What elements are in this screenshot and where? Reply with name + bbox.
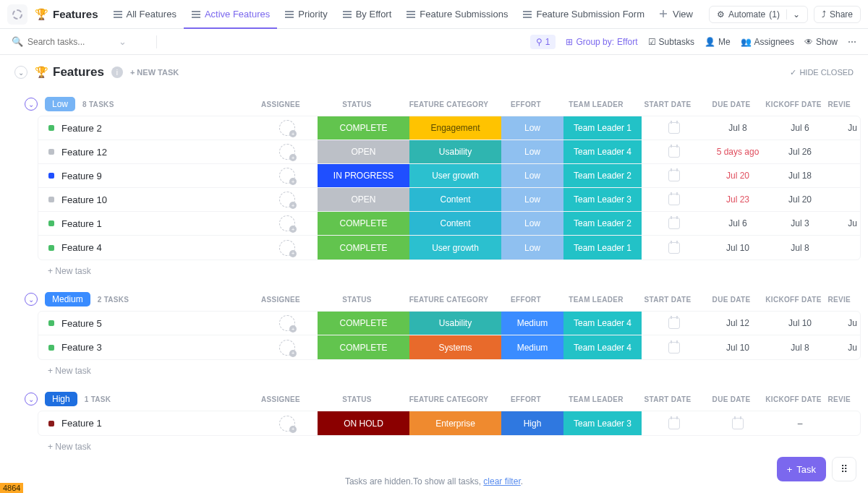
col-kickoff[interactable]: KICKOFF DATE [762, 100, 825, 108]
show-toggle[interactable]: 👁Show [804, 37, 838, 47]
col-category[interactable]: FEATURE CATEGORY [403, 395, 495, 403]
cell-status[interactable]: COMPLETE [318, 236, 409, 260]
cell-leader[interactable]: Team Leader 2 [563, 164, 642, 187]
app-icon[interactable] [7, 4, 27, 25]
cell-status[interactable]: COMPLETE [318, 312, 409, 335]
cell-due[interactable]: Jul 6 [707, 212, 769, 235]
task-name[interactable]: Feature 1 [38, 212, 257, 235]
task-name[interactable]: Feature 10 [38, 188, 257, 211]
cell-status[interactable]: OPEN [318, 140, 409, 163]
group-badge[interactable]: Low [45, 97, 75, 111]
cell-review[interactable] [831, 140, 860, 163]
search-input[interactable] [27, 37, 114, 47]
cell-assignee[interactable] [257, 335, 318, 359]
col-review[interactable]: REVIE [825, 100, 854, 108]
cell-due[interactable]: Jul 20 [707, 164, 769, 187]
col-start[interactable]: START DATE [635, 296, 700, 304]
cell-kickoff[interactable]: – [769, 411, 831, 435]
cell-status[interactable]: COMPLETE [318, 335, 409, 359]
assign-avatar-icon[interactable] [279, 416, 295, 432]
new-task-button[interactable]: + New task [0, 260, 868, 279]
group-badge[interactable]: High [45, 392, 77, 406]
collapse-group-button[interactable]: ⌄ [25, 98, 38, 111]
cell-due[interactable]: Jul 23 [707, 188, 769, 211]
cell-category[interactable]: Content [409, 188, 501, 211]
task-row[interactable]: Feature 4 COMPLETE User growth Low Team … [38, 236, 860, 260]
cell-start[interactable] [642, 312, 707, 335]
assign-avatar-icon[interactable] [279, 120, 295, 136]
col-leader[interactable]: TEAM LEADER [557, 296, 635, 304]
cell-effort[interactable]: Low [501, 164, 563, 187]
cell-assignee[interactable] [257, 312, 318, 335]
cell-status[interactable]: OPEN [318, 188, 409, 211]
cell-start[interactable] [642, 411, 707, 435]
cell-leader[interactable]: Team Leader 4 [563, 140, 642, 163]
cell-leader[interactable]: Team Leader 1 [563, 236, 642, 260]
col-kickoff[interactable]: KICKOFF DATE [762, 395, 825, 403]
assign-avatar-icon[interactable] [279, 240, 295, 256]
cell-assignee[interactable] [257, 212, 318, 235]
col-review[interactable]: REVIE [825, 395, 854, 403]
cell-start[interactable] [642, 164, 707, 187]
view-tab-view[interactable]: View [652, 0, 700, 29]
cell-leader[interactable]: Team Leader 2 [563, 212, 642, 235]
cell-assignee[interactable] [257, 188, 318, 211]
chevron-down-icon[interactable]: ⌄ [119, 36, 127, 47]
col-assignee[interactable]: ASSIGNEE [250, 296, 311, 304]
assign-avatar-icon[interactable] [279, 144, 295, 160]
task-name[interactable]: Feature 5 [38, 312, 257, 335]
cell-due[interactable] [707, 411, 769, 435]
assignees-toggle[interactable]: 👥Assignees [741, 37, 794, 47]
cell-category[interactable]: Usability [409, 312, 501, 335]
cell-leader[interactable]: Team Leader 3 [563, 411, 642, 435]
collapse-list-button[interactable]: ⌄ [14, 66, 27, 79]
cell-due[interactable]: 5 days ago [707, 140, 769, 163]
cell-effort[interactable]: Low [501, 116, 563, 140]
cell-review[interactable] [831, 236, 860, 260]
chevron-down-icon[interactable]: ⌄ [786, 9, 800, 20]
cell-category[interactable]: Systems [409, 335, 501, 359]
cell-effort[interactable]: Medium [501, 335, 563, 359]
clear-filter-link[interactable]: clear filter [483, 476, 520, 486]
cell-category[interactable]: Engagement [409, 116, 501, 140]
cell-review[interactable]: Ju [831, 116, 860, 140]
cell-start[interactable] [642, 335, 707, 359]
cell-kickoff[interactable]: Jul 10 [769, 312, 831, 335]
apps-fab[interactable]: ⠿ [832, 457, 856, 481]
new-task-top-button[interactable]: + NEW TASK [130, 68, 179, 77]
col-start[interactable]: START DATE [635, 395, 700, 403]
cell-due[interactable]: Jul 12 [707, 312, 769, 335]
filter-pill[interactable]: ⚲ 1 [530, 35, 556, 49]
view-tab-all-features[interactable]: All Features [106, 0, 184, 29]
cell-kickoff[interactable]: Jul 20 [769, 188, 831, 211]
col-leader[interactable]: TEAM LEADER [557, 395, 635, 403]
cell-start[interactable] [642, 116, 707, 140]
cell-category[interactable]: Enterprise [409, 411, 501, 435]
search-wrap[interactable]: 🔍 ⌄ [12, 36, 149, 47]
col-assignee[interactable]: ASSIGNEE [250, 395, 311, 403]
assign-avatar-icon[interactable] [279, 315, 295, 331]
cell-review[interactable] [831, 188, 860, 211]
cell-kickoff[interactable]: Jul 3 [769, 212, 831, 235]
cell-category[interactable]: Usability [409, 140, 501, 163]
col-category[interactable]: FEATURE CATEGORY [403, 296, 495, 304]
task-row[interactable]: Feature 1 COMPLETE Content Low Team Lead… [38, 212, 860, 236]
task-row[interactable]: Feature 2 COMPLETE Engagement Low Team L… [38, 116, 860, 140]
cell-status[interactable]: COMPLETE [318, 212, 409, 235]
more-menu[interactable]: ⋯ [848, 37, 856, 47]
cell-leader[interactable]: Team Leader 4 [563, 312, 642, 335]
cell-leader[interactable]: Team Leader 1 [563, 116, 642, 140]
cell-review[interactable] [831, 164, 860, 187]
cell-category[interactable]: Content [409, 212, 501, 235]
task-name[interactable]: Feature 3 [38, 335, 257, 359]
col-due[interactable]: DUE DATE [700, 100, 762, 108]
col-effort[interactable]: EFFORT [495, 395, 557, 403]
assign-avatar-icon[interactable] [279, 168, 295, 184]
group-badge[interactable]: Medium [45, 292, 90, 306]
info-icon[interactable]: i [111, 67, 123, 78]
col-status[interactable]: STATUS [311, 395, 403, 403]
cell-effort[interactable]: Low [501, 236, 563, 260]
assign-avatar-icon[interactable] [279, 192, 295, 207]
cell-due[interactable]: Jul 10 [707, 335, 769, 359]
view-tab-active-features[interactable]: Active Features [184, 0, 277, 29]
